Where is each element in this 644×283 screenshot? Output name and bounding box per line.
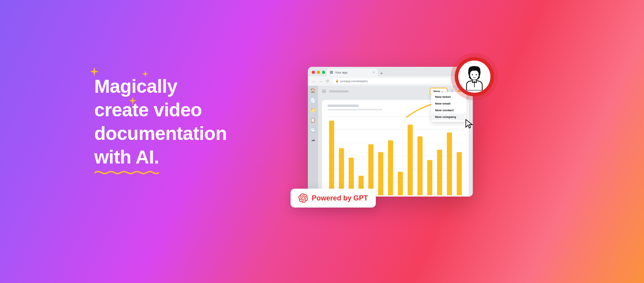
headline-line-4: with AI. — [94, 145, 159, 169]
window-controls — [312, 71, 325, 74]
hero-headline: Magically create video documentation wit… — [94, 75, 227, 169]
cloud-icon[interactable]: ☁ — [311, 137, 315, 142]
skeleton-subtitle — [327, 109, 382, 110]
reload-icon[interactable]: ⟳ — [326, 79, 329, 83]
bar — [457, 152, 462, 195]
bar — [398, 172, 403, 195]
dropdown-item[interactable]: New email — [431, 100, 467, 107]
bar — [437, 150, 442, 195]
address-bar-row: ← → ⟳ 🔒 yourapp.com/analytics ⇧ ☆ g — [308, 76, 473, 86]
bar — [408, 125, 413, 195]
bar — [329, 121, 334, 195]
headline-line-1: Magically — [94, 76, 177, 97]
bar — [368, 144, 373, 195]
browser-mockup: Your app × + ← → ⟳ 🔒 yourapp.com/analyti… — [308, 67, 473, 197]
bar — [417, 136, 423, 195]
tab-title: Your app — [335, 71, 348, 74]
menu-icon[interactable] — [322, 90, 326, 93]
sidebar: 🏠 📄 📁 📋 🕐 ☁ — [308, 86, 318, 197]
bar — [427, 160, 432, 195]
close-icon[interactable]: × — [373, 70, 375, 74]
favicon-icon — [330, 71, 333, 74]
bar — [339, 148, 344, 195]
bar — [447, 132, 452, 195]
sparkle-icon — [128, 96, 137, 105]
person-icon — [461, 63, 488, 90]
svg-point-1 — [472, 74, 473, 75]
bar-chart — [327, 117, 463, 195]
headline-line-3: documentation — [94, 123, 227, 144]
bar — [388, 140, 393, 195]
sparkle-icon — [141, 70, 149, 78]
headline-line-2: create video — [94, 99, 202, 120]
badge-text: Powered by GPT — [312, 194, 368, 202]
openai-icon — [298, 193, 308, 203]
cursor-icon — [464, 119, 473, 130]
url-text: yourapp.com/analytics — [340, 80, 368, 83]
lock-icon: 🔒 — [335, 79, 339, 83]
skeleton-title — [327, 105, 359, 107]
browser-tab[interactable]: Your app × — [327, 68, 378, 76]
address-bar[interactable]: 🔒 yourapp.com/analytics — [332, 78, 451, 84]
skeleton-text — [329, 90, 349, 92]
home-icon[interactable]: 🏠 — [310, 88, 316, 93]
forward-icon[interactable]: → — [319, 79, 323, 83]
back-icon[interactable]: ← — [312, 79, 316, 83]
powered-by-badge: Powered by GPT — [291, 189, 376, 208]
dropdown-item[interactable]: New ticket — [431, 94, 467, 100]
dropdown-item[interactable]: New contact — [431, 107, 467, 114]
clock-icon[interactable]: 🕐 — [310, 127, 316, 132]
bar — [378, 152, 383, 195]
new-dropdown-menu: New ticketNew emailNew contactNew compan… — [431, 92, 467, 122]
folder-icon[interactable]: 📁 — [310, 108, 316, 113]
document-icon[interactable]: 📄 — [310, 98, 316, 103]
clipboard-icon[interactable]: 📋 — [310, 118, 316, 123]
avatar — [455, 57, 494, 96]
dropdown-item[interactable]: New company — [431, 114, 467, 120]
new-tab-icon[interactable]: + — [380, 71, 382, 75]
svg-point-2 — [476, 74, 477, 75]
sparkle-icon — [89, 66, 100, 77]
